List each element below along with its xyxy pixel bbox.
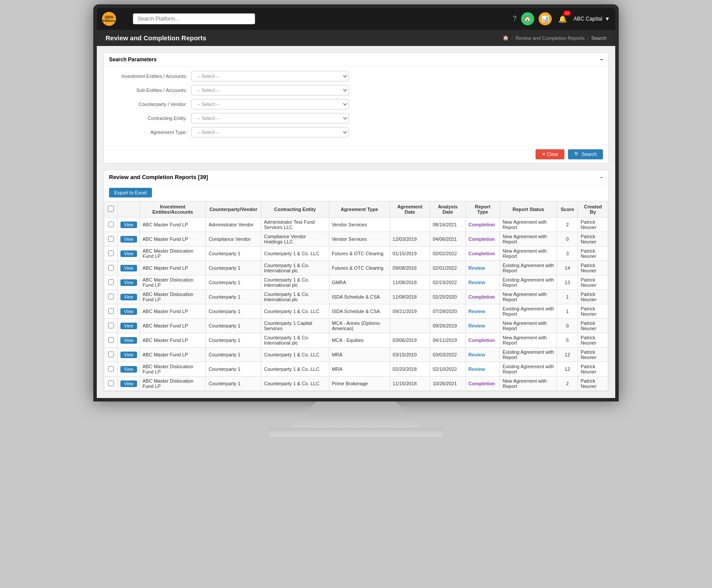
row-checkbox-cell[interactable]: [104, 348, 118, 362]
help-icon[interactable]: ?: [513, 15, 517, 23]
view-button[interactable]: View: [120, 222, 137, 228]
view-button[interactable]: View: [120, 380, 137, 387]
view-button[interactable]: View: [120, 337, 137, 344]
search-panel: Search Parameters − Investment Entities …: [103, 53, 609, 163]
results-collapse-icon[interactable]: −: [600, 174, 603, 180]
created-by-cell: PatrickNeuner: [578, 261, 608, 275]
col-score: Score: [557, 201, 578, 218]
search-input[interactable]: [133, 13, 255, 25]
view-btn-cell[interactable]: View: [118, 319, 140, 333]
collapse-icon[interactable]: −: [600, 56, 603, 63]
view-button[interactable]: View: [120, 265, 137, 271]
row-checkbox-cell[interactable]: [104, 246, 118, 261]
view-btn-cell[interactable]: View: [118, 218, 140, 232]
contracting-entity-row: Contracting Entity: -- Select --: [113, 113, 599, 123]
view-btn-cell[interactable]: View: [118, 304, 140, 319]
analysis-date-cell: 04/06/2021: [430, 232, 466, 246]
chart-icon[interactable]: 📊: [539, 12, 552, 25]
view-btn-cell[interactable]: View: [118, 232, 140, 246]
investment-cell: ABC Master Fund LP: [140, 348, 206, 362]
created-by-cell: PatrickNeuner: [578, 377, 608, 391]
agreement-type-cell: ISDA Schedule & CSA: [329, 304, 390, 319]
view-btn-cell[interactable]: View: [118, 246, 140, 261]
row-checkbox-cell[interactable]: [104, 362, 118, 377]
contracting-entity-select[interactable]: -- Select --: [191, 113, 349, 123]
score-cell: 2: [557, 218, 578, 232]
score-cell: 0: [557, 232, 578, 246]
sub-entities-select[interactable]: -- Select --: [191, 85, 349, 95]
row-checkbox-cell[interactable]: [104, 261, 118, 275]
search-bar-area[interactable]: [133, 13, 255, 25]
col-created-by: Created By: [578, 201, 608, 218]
row-checkbox-cell[interactable]: [104, 218, 118, 232]
view-button[interactable]: View: [120, 279, 137, 286]
row-checkbox[interactable]: [108, 236, 114, 242]
select-all-header[interactable]: [104, 201, 118, 218]
row-checkbox[interactable]: [108, 265, 114, 271]
view-btn-cell[interactable]: View: [118, 333, 140, 348]
agreement-date-cell: 11/08/2018: [390, 275, 430, 290]
row-checkbox[interactable]: [108, 294, 114, 299]
counterparty-cell: Counterparty 1: [206, 362, 261, 377]
view-button[interactable]: View: [120, 308, 137, 315]
view-button[interactable]: View: [120, 250, 137, 257]
select-all-checkbox[interactable]: [108, 206, 114, 212]
view-btn-cell[interactable]: View: [118, 362, 140, 377]
analysis-date-cell: 02/02/2022: [430, 246, 466, 261]
breadcrumb-link1[interactable]: Review and Completion Reports: [515, 35, 585, 41]
navbar: QDS Platform ? 🏠 📊 🔔 22 ABC Capital ▼: [97, 8, 615, 30]
export-to-excel-button[interactable]: Export to Excel: [109, 188, 152, 197]
row-checkbox[interactable]: [108, 380, 114, 386]
row-checkbox-cell[interactable]: [104, 333, 118, 348]
view-btn-cell[interactable]: View: [118, 275, 140, 290]
row-checkbox-cell[interactable]: [104, 290, 118, 304]
contracting-cell: Counterparty 1 & Co. LLC: [261, 304, 329, 319]
table-row: View ABC Master Dislocation Fund LP Coun…: [104, 275, 608, 290]
analysis-date-cell: 03/03/2022: [430, 348, 466, 362]
view-btn-cell[interactable]: View: [118, 348, 140, 362]
table-body: View ABC Master Fund LP Administrator Ve…: [104, 218, 608, 391]
row-checkbox[interactable]: [108, 323, 114, 328]
row-checkbox-cell[interactable]: [104, 275, 118, 290]
counterparty-select[interactable]: -- Select --: [191, 99, 349, 109]
view-btn-cell[interactable]: View: [118, 261, 140, 275]
counterparty-cell: Counterparty 1: [206, 348, 261, 362]
view-button[interactable]: View: [120, 366, 137, 373]
agreement-date-cell: 11/08/2018: [390, 290, 430, 304]
user-menu[interactable]: ABC Capital ▼: [574, 16, 610, 22]
breadcrumb-home-icon[interactable]: 🏠: [503, 35, 509, 41]
agreement-date-cell: 02/20/2018: [390, 362, 430, 377]
row-checkbox[interactable]: [108, 366, 114, 372]
report-status-cell: Existing Agreement with Report: [500, 275, 557, 290]
view-button[interactable]: View: [120, 323, 137, 329]
col-agreement-date: Agreement Date: [390, 201, 430, 218]
view-button[interactable]: View: [120, 294, 137, 300]
row-checkbox[interactable]: [108, 308, 114, 314]
row-checkbox[interactable]: [108, 352, 114, 357]
row-checkbox-cell[interactable]: [104, 232, 118, 246]
counterparty-cell: Counterparty 1: [206, 333, 261, 348]
investment-cell: ABC Master Fund LP: [140, 232, 206, 246]
view-btn-cell[interactable]: View: [118, 377, 140, 391]
investment-entities-select[interactable]: -- Select --: [191, 71, 349, 81]
contracting-cell: Counterparty 1 & Co. International plc: [261, 333, 329, 348]
home-icon[interactable]: 🏠: [521, 12, 534, 25]
report-type-cell: Review: [465, 261, 500, 275]
investment-cell: ABC Master Dislocation Fund LP: [140, 362, 206, 377]
row-checkbox[interactable]: [108, 222, 114, 227]
view-btn-cell[interactable]: View: [118, 290, 140, 304]
row-checkbox-cell[interactable]: [104, 319, 118, 333]
row-checkbox-cell[interactable]: [104, 304, 118, 319]
row-checkbox[interactable]: [108, 279, 114, 285]
row-checkbox-cell[interactable]: [104, 377, 118, 391]
score-cell: 5: [557, 333, 578, 348]
view-button[interactable]: View: [120, 352, 137, 358]
view-button[interactable]: View: [120, 236, 137, 243]
investment-cell: ABC Master Fund LP: [140, 333, 206, 348]
clear-button[interactable]: ✕ Clear: [536, 149, 564, 159]
row-checkbox[interactable]: [108, 337, 114, 343]
row-checkbox[interactable]: [108, 250, 114, 256]
agreement-type-select[interactable]: -- Select --: [191, 127, 349, 137]
notification-bell[interactable]: 🔔 22: [556, 12, 569, 25]
search-button[interactable]: 🔍 Search: [568, 149, 603, 159]
